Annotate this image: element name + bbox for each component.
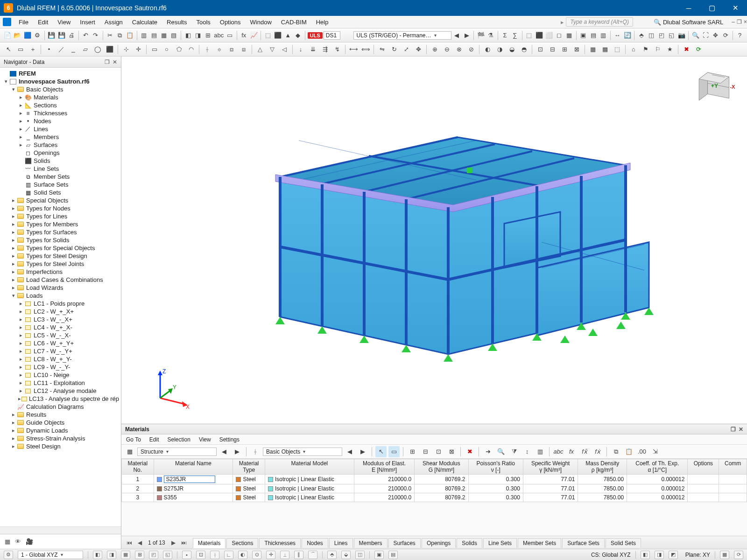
col-header[interactable]: Mass Densityρ [kg/m³]: [578, 459, 627, 475]
mat-dec-icon[interactable]: .00: [636, 446, 648, 457]
move-icon[interactable]: ✥: [413, 44, 424, 55]
far2-icon[interactable]: ⚑: [640, 44, 651, 55]
mat-cols-icon[interactable]: ▥: [535, 446, 546, 457]
mat-fx3-icon[interactable]: fẋ: [592, 446, 603, 457]
mat-struct-icon[interactable]: ▦: [124, 446, 135, 457]
tree-dynamic-loads[interactable]: ▸Dynamic Loads: [0, 427, 121, 434]
3d-viewport[interactable]: Z X Y +Y -X: [121, 56, 747, 424]
tree-sections[interactable]: ▸📐Sections: [0, 101, 121, 109]
snap1-icon[interactable]: ⊡: [535, 44, 546, 55]
tree-guide-objects[interactable]: ▸Guide Objects: [0, 419, 121, 427]
circle-icon[interactable]: ○: [161, 44, 172, 55]
sb-4-icon[interactable]: ⊞: [135, 551, 144, 559]
paste-icon[interactable]: 📋: [125, 30, 134, 41]
mat-fx2-icon[interactable]: fx̄: [579, 446, 590, 457]
mod1-icon[interactable]: ⟊: [202, 44, 213, 55]
mat-t3-icon[interactable]: ⊡: [433, 446, 444, 457]
ortho-icon[interactable]: ◰: [657, 30, 666, 41]
block-icon[interactable]: 🟦: [23, 30, 32, 41]
menu-options[interactable]: Options: [215, 17, 246, 28]
lc-next-icon[interactable]: ▶: [462, 30, 471, 41]
col-header[interactable]: Options: [688, 459, 719, 475]
tab-lines[interactable]: Lines: [329, 538, 353, 548]
close-button[interactable]: ✕: [724, 0, 747, 16]
flag-icon[interactable]: 🏁: [476, 30, 485, 41]
mat-t4-icon[interactable]: ⊠: [446, 446, 457, 457]
far4-icon[interactable]: ★: [664, 44, 676, 55]
snap2-icon[interactable]: ⊟: [547, 44, 558, 55]
sb-snap6-icon[interactable]: ⊙: [252, 551, 261, 559]
page-first-icon[interactable]: ⏮: [124, 539, 134, 546]
tree-surface-sets[interactable]: ▥Surface Sets: [0, 181, 121, 189]
nav-float-icon[interactable]: ❐: [105, 59, 110, 65]
dim1-icon[interactable]: ⟷: [348, 44, 359, 55]
proj-icon[interactable]: ◱: [667, 30, 676, 41]
tree-types-for-steel-joints[interactable]: ▸Types for Steel Joints: [0, 260, 121, 268]
menu-view[interactable]: View: [53, 17, 75, 28]
tree-lc11[interactable]: ▸LC11 - Exploitation: [0, 379, 121, 387]
mat-prev2-icon[interactable]: ◀: [344, 446, 355, 457]
redo-icon[interactable]: ↷: [91, 30, 100, 41]
sb-extra2-icon[interactable]: ▤: [388, 551, 398, 559]
ex1-icon[interactable]: ⊕: [429, 44, 440, 55]
dim2-icon[interactable]: ⟺: [360, 44, 371, 55]
mat-export-icon[interactable]: ⇲: [649, 446, 661, 457]
mat-t1-icon[interactable]: ⊞: [407, 446, 418, 457]
tree-load-wizards[interactable]: ▸Load Wizards: [0, 284, 121, 292]
chart-icon[interactable]: 📈: [249, 30, 258, 41]
col-header[interactable]: Material Model: [265, 459, 354, 475]
mat-float-icon[interactable]: ❐: [731, 426, 736, 433]
tree-lc9[interactable]: ▸LC9 - W_-_Y-: [0, 363, 121, 371]
tree-stress-strain-analysis[interactable]: ▸Stress-Strain Analysis: [0, 434, 121, 442]
mat-menu-settings[interactable]: Settings: [219, 436, 240, 443]
tree-thicknesses[interactable]: ▸≡Thicknesses: [0, 109, 121, 117]
sb-iso1-icon[interactable]: ⬘: [327, 551, 337, 559]
maximize-button[interactable]: ▢: [700, 0, 724, 16]
mod2-icon[interactable]: ⟐: [214, 44, 225, 55]
tree-basic-objects[interactable]: ▾Basic Objects: [0, 85, 121, 93]
table-row[interactable]: 2S275JRSteelIsotropic | Linear Elastic21…: [122, 484, 747, 493]
arc-icon[interactable]: ◠: [185, 44, 197, 55]
update-icon[interactable]: 🔄: [623, 30, 632, 41]
mat-sel1-icon[interactable]: ↖: [375, 446, 387, 457]
tool-b-icon[interactable]: ◨: [193, 30, 202, 41]
far3-icon[interactable]: ⚐: [652, 44, 663, 55]
ds-field[interactable]: DS1: [324, 31, 340, 40]
sb-snap1-icon[interactable]: •: [182, 551, 191, 559]
col-header[interactable]: Specific Weightγ [kN/m³]: [523, 459, 578, 475]
tab-sections[interactable]: Sections: [226, 538, 258, 548]
node-icon[interactable]: •: [43, 44, 55, 55]
tree-materials[interactable]: ▸🎨Materials: [0, 93, 121, 101]
display3-icon[interactable]: ⬚: [612, 44, 623, 55]
sb-extra1-icon[interactable]: ▣: [374, 551, 384, 559]
menu-insert[interactable]: Insert: [75, 17, 100, 28]
tree-loads[interactable]: ▾Loads: [0, 292, 121, 300]
fit-icon[interactable]: ⛶: [701, 30, 710, 41]
view-trans-icon[interactable]: ◻: [555, 30, 564, 41]
mat-del-icon[interactable]: ✖: [464, 446, 475, 457]
mat-menu-selection[interactable]: Selection: [168, 436, 190, 443]
view-shade-icon[interactable]: ⬛: [535, 30, 543, 41]
tab-members[interactable]: Members: [354, 538, 388, 548]
mat-menu-go-to[interactable]: Go To: [126, 436, 141, 443]
mat-menu-view[interactable]: View: [199, 436, 211, 443]
tree-calculation-diagrams[interactable]: 📈Calculation Diagrams: [0, 403, 121, 411]
tree-results[interactable]: ▸Results: [0, 411, 121, 419]
nav-close-icon[interactable]: ✕: [113, 59, 117, 65]
tree-lc3[interactable]: ▸LC3 - W_-_X+: [0, 315, 121, 323]
scale-icon[interactable]: ⤢: [401, 44, 412, 55]
minimize-button[interactable]: ─: [677, 0, 700, 16]
pan-icon[interactable]: ✥: [711, 30, 720, 41]
tree-types-for-members[interactable]: ▸Types for Members: [0, 220, 121, 228]
sb-snap5-icon[interactable]: ◐: [238, 551, 247, 559]
cube4-icon[interactable]: ◆: [293, 30, 302, 41]
col-header[interactable]: Material Name: [154, 459, 233, 475]
cs2-icon[interactable]: ✛: [133, 44, 144, 55]
far1-icon[interactable]: ⌂: [628, 44, 639, 55]
fx-icon[interactable]: fx: [240, 30, 248, 41]
keyword-search[interactable]: Type a keyword (Alt+Q): [566, 17, 633, 27]
print-icon[interactable]: 🖨: [67, 30, 76, 41]
nav-h-scroll[interactable]: [0, 526, 121, 534]
tree-lc1[interactable]: ▸LC1 - Poids propre: [0, 300, 121, 308]
materials-objects-combo[interactable]: Basic Objects▾: [263, 448, 342, 456]
